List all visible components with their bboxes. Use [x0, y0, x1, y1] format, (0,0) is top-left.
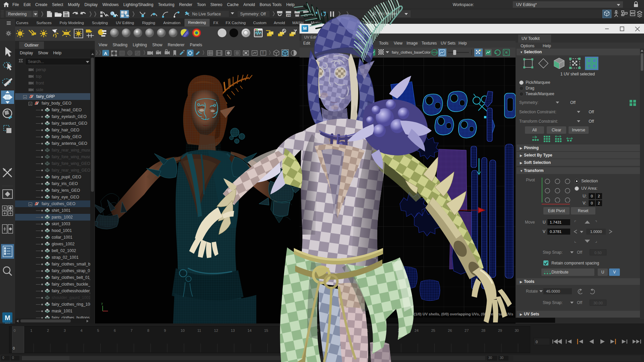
- svg-text:20: 20: [348, 328, 352, 333]
- svg-text:RGB: RGB: [432, 51, 438, 54]
- svg-text:A: A: [104, 51, 107, 56]
- svg-text:6: 6: [114, 328, 116, 333]
- svg-text:12: 12: [214, 328, 218, 333]
- svg-text:24: 24: [415, 328, 419, 333]
- svg-text:25: 25: [431, 328, 435, 333]
- svg-text:8: 8: [147, 328, 149, 333]
- svg-text:16: 16: [281, 328, 285, 333]
- svg-text:1: 1: [30, 328, 32, 333]
- svg-text:10: 10: [181, 328, 185, 333]
- svg-text:21: 21: [364, 328, 368, 333]
- svg-text:29: 29: [498, 328, 502, 333]
- svg-text:M: M: [5, 314, 10, 321]
- svg-text:+: +: [144, 11, 145, 15]
- svg-text:15: 15: [264, 328, 268, 333]
- svg-text:14: 14: [248, 328, 252, 333]
- svg-text:23: 23: [398, 328, 402, 333]
- svg-text:T: T: [262, 51, 264, 55]
- svg-text:19: 19: [331, 328, 335, 333]
- svg-text:30: 30: [515, 328, 519, 333]
- svg-text:26: 26: [448, 328, 452, 333]
- svg-text:18: 18: [314, 328, 318, 333]
- svg-text:17: 17: [298, 328, 302, 333]
- svg-text:0: 0: [14, 328, 16, 333]
- svg-text:11: 11: [197, 328, 201, 333]
- svg-text:5: 5: [97, 328, 99, 333]
- svg-text:22: 22: [381, 328, 385, 333]
- svg-text:7: 7: [130, 328, 132, 333]
- svg-text:4: 4: [80, 328, 83, 333]
- svg-text:2: 2: [47, 328, 49, 333]
- svg-text:3: 3: [64, 328, 66, 333]
- svg-text:27: 27: [465, 328, 469, 333]
- svg-text:y: y: [101, 302, 103, 305]
- svg-text:5: 5: [579, 291, 580, 293]
- svg-text:9: 9: [164, 328, 166, 333]
- svg-text:(1/0) UV shells, (0/0) overlap: (1/0) UV shells, (0/0) overlapping UVs, …: [414, 312, 513, 316]
- svg-text:fairy_clothes_baseColor: fairy_clothes_baseColor: [392, 50, 431, 54]
- svg-text:28: 28: [481, 328, 485, 333]
- svg-text:13: 13: [231, 328, 235, 333]
- svg-text:IPR: IPR: [287, 14, 291, 17]
